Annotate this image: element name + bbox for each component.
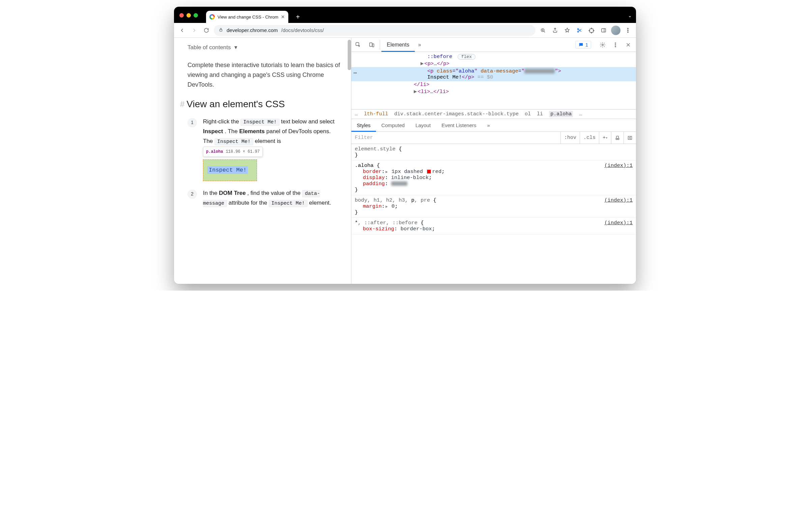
zoom-window-button[interactable]	[194, 13, 198, 18]
close-devtools-icon[interactable]	[622, 39, 634, 51]
step-item: 1 Right-click the Inspect Me! text below…	[188, 117, 341, 181]
table-of-contents-toggle[interactable]: Table of contents ▾	[188, 44, 341, 51]
breadcrumb-item[interactable]: div.stack.center-images.stack--block.typ…	[394, 111, 519, 117]
settings-gear-icon[interactable]	[597, 39, 608, 51]
devtools-panel: Elements » 1	[351, 38, 636, 284]
close-window-button[interactable]	[179, 13, 184, 18]
reload-button[interactable]	[202, 26, 211, 35]
devtools-tabbar: Elements » 1	[351, 38, 636, 52]
svg-point-6	[628, 30, 628, 30]
url-host: developer.chrome.com	[227, 27, 278, 33]
sidepanel-icon[interactable]	[599, 26, 608, 35]
hov-toggle[interactable]: :hov	[561, 132, 580, 144]
toggle-sidebar-icon[interactable]	[623, 132, 636, 144]
svg-rect-15	[628, 136, 632, 139]
breadcrumb-item[interactable]: ol	[525, 111, 531, 117]
inspect-target-region: p.aloha 118.96 × 61.97 Inspect Me!	[203, 160, 257, 181]
tab-event-listeners[interactable]: Event Listeners	[436, 119, 482, 132]
styles-filter-input[interactable]: Filter	[351, 135, 561, 140]
tab-layout[interactable]: Layout	[410, 119, 436, 132]
tab-overflow-icon[interactable]: ⌄	[628, 13, 632, 18]
dom-node[interactable]: ▶<li>…</li>	[351, 88, 636, 95]
page-content: Table of contents ▾ Complete these inter…	[174, 38, 351, 284]
breadcrumb-item-active[interactable]: p.aloha	[549, 111, 573, 117]
step-item: 2 In the DOM Tree , find the value of th…	[188, 188, 341, 208]
breadcrumb-item[interactable]: li	[537, 111, 543, 117]
new-tab-button[interactable]: +	[293, 12, 303, 21]
address-bar[interactable]: developer.chrome.com/docs/devtools/css/	[214, 25, 535, 36]
scissors-icon[interactable]	[574, 26, 584, 35]
forward-button[interactable]	[190, 26, 199, 35]
row-actions-icon[interactable]: ⋯	[353, 69, 357, 77]
dom-node[interactable]: ▶<p>…</p>	[351, 60, 636, 67]
styles-filter-bar: Filter :hov .cls +▾	[351, 132, 636, 144]
chevron-down-icon: ▾	[234, 44, 238, 51]
issues-count: 1	[585, 42, 588, 48]
css-rule-aloha[interactable]: (index):1 .aloha { border:▶ 1px dashed r…	[351, 161, 636, 195]
minimize-window-button[interactable]	[187, 13, 191, 18]
new-style-rule-icon[interactable]: +▾	[599, 132, 611, 144]
anchor-hash-icon[interactable]: #	[180, 99, 184, 109]
code-chip: Inspect Me!	[269, 200, 308, 207]
profile-avatar[interactable]	[611, 26, 620, 35]
styles-subtabs: Styles Computed Layout Event Listeners »	[351, 119, 636, 132]
redacted-value	[524, 69, 555, 73]
issues-badge[interactable]: 1	[575, 41, 591, 49]
back-button[interactable]	[177, 26, 187, 35]
tabs-overflow-icon[interactable]: »	[415, 38, 424, 52]
svg-rect-10	[372, 44, 374, 47]
tab-computed[interactable]: Computed	[376, 119, 410, 132]
bookmark-star-icon[interactable]	[563, 26, 572, 35]
dom-tree[interactable]: ::before flex ▶<p>…</p> ⋯ <p class="aloh…	[351, 52, 636, 109]
css-rule-universal[interactable]: (index):1 *, ::after, ::before { box-siz…	[351, 218, 636, 234]
svg-rect-4	[602, 28, 606, 32]
dom-breadcrumb[interactable]: … lth-full div.stack.center-images.stack…	[351, 109, 636, 119]
expand-triangle-icon[interactable]: ▶	[421, 61, 423, 67]
breadcrumb-item[interactable]: lth-full	[364, 111, 388, 117]
inspect-me-element[interactable]: Inspect Me!	[203, 160, 257, 181]
rule-source-link[interactable]: (index):1	[604, 197, 633, 203]
window-controls	[179, 13, 198, 18]
devtools-menu-icon[interactable]	[610, 39, 621, 51]
chrome-menu-icon[interactable]	[623, 26, 633, 35]
paintbrush-icon[interactable]	[611, 132, 623, 144]
extensions-icon[interactable]	[587, 26, 596, 35]
browser-tab-active[interactable]: View and change CSS - Chrom ✕	[206, 11, 288, 23]
svg-rect-9	[370, 43, 372, 47]
section-heading: # View an element's CSS	[188, 99, 341, 110]
step-body: In the DOM Tree , find the value of the …	[203, 188, 341, 208]
zoom-icon[interactable]	[538, 26, 548, 35]
css-rule-body-headings[interactable]: (index):1 body, h1, h2, h3, p, pre { mar…	[351, 195, 636, 218]
rule-source-link[interactable]: (index):1	[604, 220, 633, 226]
chrome-favicon-icon	[209, 14, 215, 19]
tooltip-dimensions: 118.96 × 61.97	[226, 148, 260, 155]
flex-pill[interactable]: flex	[458, 54, 475, 60]
url-path: /docs/devtools/css/	[281, 27, 324, 33]
step-number: 1	[188, 118, 197, 128]
browser-toolbar: developer.chrome.com/docs/devtools/css/	[174, 23, 636, 38]
tooltip-selector: p.aloha	[206, 148, 223, 155]
intro-paragraph: Complete these interactive tutorials to …	[188, 60, 341, 89]
svg-point-14	[615, 46, 616, 47]
svg-point-13	[615, 44, 616, 45]
svg-point-12	[615, 43, 616, 43]
dom-node-selected[interactable]: ⋯ <p class="aloha" data-message=""> Insp…	[351, 67, 636, 81]
lock-icon[interactable]	[218, 27, 223, 33]
css-rule-element-style[interactable]: element.style { }	[351, 144, 636, 161]
subtabs-overflow-icon[interactable]: »	[482, 119, 496, 132]
tab-styles[interactable]: Styles	[351, 119, 376, 132]
page-scrollbar-thumb[interactable]	[348, 40, 351, 70]
dom-node[interactable]: ::before flex	[351, 53, 636, 60]
expand-triangle-icon[interactable]: ▶	[414, 89, 417, 95]
color-swatch-icon[interactable]	[427, 170, 431, 173]
rule-source-link[interactable]: (index):1	[604, 163, 633, 169]
close-tab-icon[interactable]: ✕	[281, 14, 285, 19]
share-icon[interactable]	[550, 26, 560, 35]
cls-toggle[interactable]: .cls	[580, 132, 599, 144]
inspect-element-icon[interactable]	[351, 38, 365, 52]
device-toolbar-icon[interactable]	[365, 38, 378, 52]
tab-elements[interactable]: Elements	[382, 38, 415, 52]
tab-title: View and change CSS - Chrom	[217, 15, 278, 19]
code-chip: Inspect Me!	[240, 119, 279, 126]
dom-node[interactable]: </li>	[351, 81, 636, 88]
